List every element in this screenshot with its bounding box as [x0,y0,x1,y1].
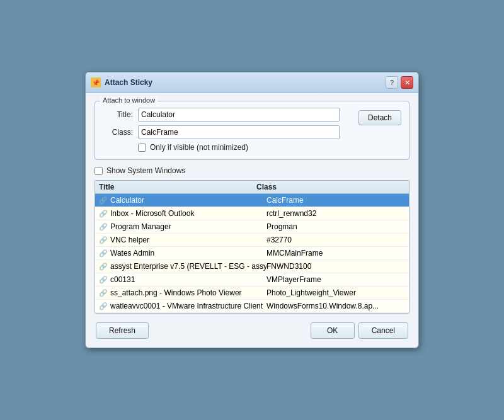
list-row[interactable]: 🔗 assyst Enterprise v7.5 (REVELLT - ESG … [95,260,409,273]
list-cell-title: 🔗 Wates Admin [99,249,266,258]
ok-button[interactable]: OK [311,322,355,339]
list-cell-class: Progman [266,222,405,231]
show-system-checkbox[interactable] [94,167,103,175]
list-row[interactable]: 🔗 Program Manager Progman [95,220,409,234]
show-system-row: Show System Windows [94,166,410,175]
list-cell-title: 🔗 VNC helper [99,236,266,244]
list-row[interactable]: 🔗 Calculator CalcFrame [95,194,409,207]
class-cell-text: WindowsForms10.Window.8.ap... [266,302,379,310]
visible-checkbox[interactable] [138,144,146,152]
class-label: Class: [103,128,133,137]
class-cell-text: MMCMainFrame [266,249,323,258]
class-input[interactable] [138,125,340,139]
visible-checkbox-row: Only if visible (not minimized) [138,143,340,152]
window-list-container: Title Class 🔗 Calculator CalcFrame 🔗 Inb… [94,180,410,314]
list-row[interactable]: 🔗 ss_attach.png - Windows Photo Viewer P… [95,287,409,300]
title-label: Title: [103,110,133,119]
show-system-label: Show System Windows [106,166,185,175]
class-cell-text: #32770 [266,236,292,244]
class-cell-text: VMPlayerFrame [266,275,321,284]
footer: Refresh OK Cancel [94,320,410,340]
title-input[interactable] [138,108,340,122]
list-row[interactable]: 🔗 Wates Admin MMCMainFrame [95,247,409,260]
list-cell-class: #32770 [266,236,405,244]
title-cell-text: assyst Enterprise v7.5 (REVELLT - ESG - … [110,262,266,271]
list-cell-class: VMPlayerFrame [266,275,405,284]
title-cell-text: Wates Admin [110,249,154,258]
list-row[interactable]: 🔗 Inbox - Microsoft Outlook rctrl_renwnd… [95,207,409,220]
refresh-button[interactable]: Refresh [96,322,149,339]
list-cell-class: WindowsForms10.Window.8.ap... [266,302,405,310]
dialog-body: Attach to window Title: Class: Only if v… [86,93,418,348]
list-cell-title: 🔗 Inbox - Microsoft Outlook [99,209,266,218]
list-row[interactable]: 🔗 c00131 VMPlayerFrame [95,273,409,287]
col-class-header: Class [256,183,395,191]
list-cell-title: 🔗 assyst Enterprise v7.5 (REVELLT - ESG … [99,262,266,271]
list-cell-title: 🔗 c00131 [99,275,266,284]
attach-icon: 🔗 [99,196,108,205]
list-cell-title: 🔗 watleavvc0001 - VMware Infrastructure … [99,302,266,310]
group-label: Attach to window [100,96,158,104]
class-cell-text: CalcFrame [266,196,304,205]
class-field-row: Class: [103,125,340,139]
title-cell-text: Inbox - Microsoft Outlook [110,209,194,218]
class-cell-text: Progman [266,222,297,231]
list-row[interactable]: 🔗 watleavvc0001 - VMware Infrastructure … [95,300,409,313]
list-row[interactable]: 🔗 VNC helper #32770 [95,234,409,247]
class-cell-text: FNWND3100 [266,262,311,271]
attach-sticky-dialog: 📌 Attach Sticky ? ✕ Attach to window Tit… [85,72,419,348]
list-cell-class: MMCMainFrame [266,249,405,258]
close-button[interactable]: ✕ [401,76,413,89]
class-cell-text: rctrl_renwnd32 [266,209,316,218]
title-bar-left: 📌 Attach Sticky [91,77,152,88]
title-bar: 📌 Attach Sticky ? ✕ [86,72,418,93]
detach-button[interactable]: Detach [358,110,401,125]
attach-icon: 🔗 [99,236,108,244]
title-cell-text: ss_attach.png - Windows Photo Viewer [110,288,242,297]
list-body[interactable]: 🔗 Calculator CalcFrame 🔗 Inbox - Microso… [95,194,409,313]
title-cell-text: watleavvc0001 - VMware Infrastructure Cl… [110,302,263,310]
attach-icon: 🔗 [99,249,108,258]
dialog-icon: 📌 [91,77,101,88]
list-cell-class: FNWND3100 [266,262,405,271]
list-header: Title Class [95,181,409,194]
list-cell-title: 🔗 Calculator [99,196,266,205]
attach-icon: 🔗 [99,302,108,310]
detach-btn-area: Detach [358,110,401,125]
attach-to-window-group: Attach to window Title: Class: Only if v… [94,101,410,160]
list-cell-class: CalcFrame [266,196,405,205]
attach-icon: 🔗 [99,276,108,284]
list-cell-class: rctrl_renwnd32 [266,209,405,218]
list-cell-title: 🔗 ss_attach.png - Windows Photo Viewer [99,288,266,297]
list-cell-title: 🔗 Program Manager [99,222,266,231]
title-cell-text: Calculator [110,196,144,205]
attach-icon: 🔗 [99,223,108,231]
title-field-row: Title: [103,108,340,122]
class-cell-text: Photo_Lightweight_Viewer [266,288,356,297]
cancel-button[interactable]: Cancel [358,322,408,339]
dialog-title: Attach Sticky [105,78,152,87]
title-cell-text: VNC helper [110,236,149,244]
attach-icon: 🔗 [99,289,108,297]
attach-icon: 🔗 [99,210,108,218]
attach-icon: 🔗 [99,263,108,271]
title-cell-text: Program Manager [110,222,171,231]
col-title-header: Title [99,183,256,191]
help-button[interactable]: ? [386,76,398,89]
footer-right: OK Cancel [311,322,408,339]
list-cell-class: Photo_Lightweight_Viewer [266,288,405,297]
visible-checkbox-label: Only if visible (not minimized) [150,143,248,152]
title-bar-buttons: ? ✕ [386,76,413,89]
title-cell-text: c00131 [110,275,135,284]
